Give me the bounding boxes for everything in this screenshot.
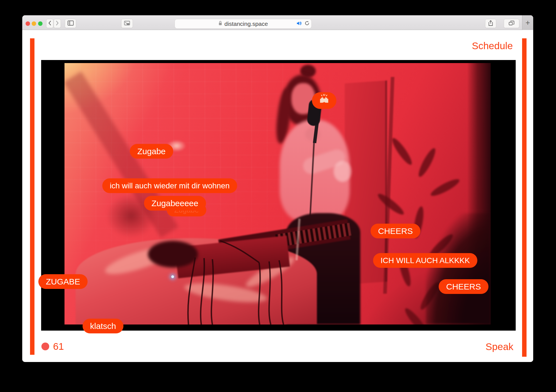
browser-titlebar: distancing.space: [22, 15, 533, 30]
reload-icon[interactable]: [304, 21, 310, 27]
back-button[interactable]: [46, 19, 53, 28]
chat-bubble: Zugabe: [130, 144, 173, 159]
chevron-left-icon: [48, 21, 51, 27]
chat-bubble: klatsch: [83, 319, 123, 333]
chat-bubble: ich will auch wieder mit dir wohnen: [102, 178, 237, 193]
safari-window: distancing.space: [22, 15, 533, 362]
chat-bubble: CHEERS: [371, 224, 420, 238]
right-accent-bar: [522, 38, 527, 357]
chat-bubble: ZUGABE: [38, 274, 88, 289]
sidebar-button[interactable]: [65, 19, 76, 28]
overlapping-squares-icon: [508, 20, 515, 27]
chat-bubble: Zugabeeeee: [144, 196, 206, 211]
reaction-bubble: [312, 92, 336, 109]
dark-corner-silhouette: [426, 213, 491, 324]
new-tab-button[interactable]: +: [522, 15, 533, 30]
share-button[interactable]: [485, 19, 496, 28]
plus-icon: +: [525, 18, 530, 27]
speaker-playing-icon[interactable]: [296, 21, 302, 27]
show-tabs-button[interactable]: [504, 19, 519, 28]
raised-hands-icon: [317, 93, 331, 108]
address-bar[interactable]: distancing.space: [175, 19, 312, 29]
left-accent-bar: [30, 38, 34, 355]
share-up-arrow-icon: [488, 20, 493, 27]
video-stream: [64, 63, 491, 324]
screenshot-canvas: distancing.space: [0, 0, 556, 392]
chevron-right-icon: [56, 21, 59, 27]
viewer-count: 61: [53, 341, 64, 352]
chat-bubble: ICH WILL AUCH ALKKKK: [373, 253, 477, 268]
blue-led-light: [171, 275, 174, 278]
padlock-icon: [218, 21, 222, 27]
schedule-link[interactable]: Schedule: [472, 40, 513, 51]
zoom-window-button[interactable]: [38, 21, 43, 26]
page-preview-icon: [124, 20, 130, 27]
minimize-window-button[interactable]: [32, 21, 36, 26]
speak-link[interactable]: Speak: [486, 341, 513, 352]
address-text: distancing.space: [224, 21, 268, 27]
close-window-button[interactable]: [26, 21, 30, 26]
page-preview-button[interactable]: [121, 19, 133, 28]
chat-bubble: CHEERS: [439, 279, 488, 294]
forward-button[interactable]: [54, 19, 61, 28]
record-dot-icon: [41, 343, 49, 350]
sidebar-panel-icon: [67, 20, 74, 27]
viewer-counter: 61: [41, 341, 64, 352]
